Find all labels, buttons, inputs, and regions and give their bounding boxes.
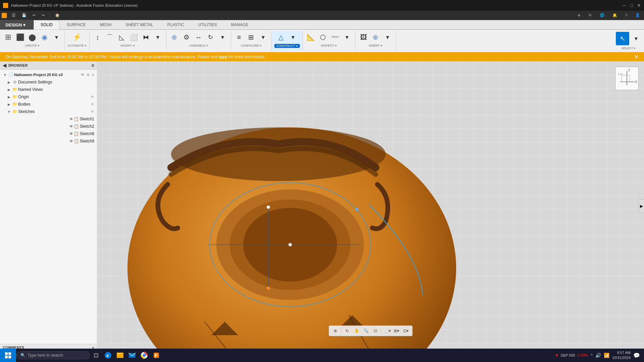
assemble-motion-btn[interactable]: ↻ — [205, 32, 216, 43]
select-more-btn[interactable]: ▾ — [631, 33, 641, 44]
tree-item-sketch1[interactable]: ▶ 👁 📋 Sketch1 — [0, 115, 97, 123]
tree-item-sketch8[interactable]: ▶ 👁 📋 Sketch8 — [0, 130, 97, 137]
construct-offset-plane-btn[interactable]: △ — [276, 32, 286, 43]
right-panel-toggle[interactable]: ▶ — [639, 199, 644, 213]
maximize-button[interactable]: □ — [629, 3, 634, 8]
tree-item-doc-settings[interactable]: ▶ ⚙ Document Settings — [0, 78, 97, 86]
tree-settings-root[interactable]: ⚙ — [87, 73, 90, 77]
notification-close-button[interactable]: ✕ — [634, 54, 639, 60]
assemble-joint-btn[interactable]: ⊕ — [169, 32, 180, 43]
automate-btn[interactable]: ⚡ — [71, 32, 82, 43]
vc-display-btn[interactable]: ⬜▾ — [383, 326, 391, 335]
tree-item-bodies[interactable]: ▶ 📁 Bodies 👁 — [0, 101, 97, 108]
inspect-curvature-btn[interactable]: 〰 — [330, 32, 340, 43]
tree-eye-sketches[interactable]: 👁 — [91, 110, 94, 114]
configure-more-btn[interactable]: ▾ — [258, 32, 269, 43]
tree-item-sketch2[interactable]: ▶ 👁 📋 Sketch2 — [0, 123, 97, 130]
modify-more-btn[interactable]: ▾ — [153, 32, 163, 43]
vc-env-btn[interactable]: ⊡▾ — [401, 326, 410, 335]
browser-settings-icon[interactable]: ⊙ — [91, 63, 94, 68]
tree-eye-sketch1-vis[interactable]: 👁 — [69, 117, 73, 121]
inspect-more-btn[interactable]: ▾ — [342, 32, 353, 43]
taskbar-fusion-icon[interactable]: F — [150, 349, 162, 362]
modify-fillet-btn[interactable]: ⌒ — [104, 32, 115, 43]
tab-manage[interactable]: MANAGE — [224, 20, 256, 29]
close-button[interactable]: ✕ — [637, 3, 641, 8]
tree-eye-sketch9-vis[interactable]: 👁 — [69, 139, 73, 143]
configure-table-btn[interactable]: ⊞ — [246, 32, 257, 43]
vc-home-btn[interactable]: ⊕ — [331, 326, 340, 335]
menu-globe-icon[interactable]: 🌐 — [597, 12, 607, 18]
create-more-btn[interactable]: ▾ — [51, 32, 62, 43]
taskbar-mail-icon[interactable] — [126, 349, 138, 362]
create-new-component-btn[interactable]: ⊞ — [3, 32, 13, 43]
create-sphere-btn[interactable]: ◉ — [39, 32, 50, 43]
select-btn[interactable]: ↖ — [616, 32, 629, 45]
taskbar-explorer-icon[interactable] — [114, 349, 126, 362]
taskbar-notification-icon[interactable]: 💬 — [633, 352, 640, 359]
taskbar-task-view[interactable]: ⊡ — [90, 349, 102, 362]
tree-item-named-views[interactable]: ▶ 📁 Named Views — [0, 86, 97, 93]
modify-press-pull-btn[interactable]: ↕ — [92, 32, 103, 43]
vc-orbit-btn[interactable]: ↻ — [343, 326, 352, 335]
viewport[interactable]: Y X 1 01 ⊕ ↻ ✋ 🔍 ⊡ ⬜▾ ⊞▾ — [97, 61, 644, 351]
inspect-interference-btn[interactable]: ⬡ — [318, 32, 328, 43]
create-cylinder-btn[interactable]: ⬤ — [27, 32, 38, 43]
tab-plastic[interactable]: PLASTIC — [160, 20, 191, 29]
insert-canvas-btn[interactable]: ⊕ — [370, 32, 381, 43]
tab-mesh[interactable]: MESH — [93, 20, 119, 29]
quick-access-save[interactable]: 💾 — [19, 12, 29, 18]
tree-item-sketch9[interactable]: ▶ 👁 📋 Sketch9 — [0, 137, 97, 145]
menu-account-icon[interactable]: 👤 — [633, 12, 643, 18]
tree-item-origin[interactable]: ▶ 📁 Origin 👁 — [0, 93, 97, 101]
taskbar-chrome-icon[interactable] — [138, 349, 150, 362]
inspect-measure-btn[interactable]: 📐 — [306, 32, 316, 43]
modify-shell-btn[interactable]: ⬜ — [128, 32, 139, 43]
taskbar-edge-icon[interactable]: e — [102, 349, 114, 362]
vc-grid-btn[interactable]: ⊞▾ — [392, 326, 401, 335]
quick-access-redo[interactable]: ↪ — [39, 12, 47, 18]
tree-eye-sketch2-vis[interactable]: 👁 — [69, 124, 73, 128]
vc-pan-btn[interactable]: ✋ — [352, 326, 361, 335]
quick-access-undo[interactable]: ↩ — [30, 12, 38, 18]
assemble-drive-joints-btn[interactable]: ↔ — [193, 32, 204, 43]
tab-sheet-metal[interactable]: SHEET METAL — [118, 20, 160, 29]
taskbar-clock[interactable]: 8:57 AM 10/31/2024 — [612, 350, 631, 361]
minimize-button[interactable]: ─ — [622, 3, 627, 8]
tray-volume[interactable]: 📶 — [604, 353, 609, 358]
tree-eye-root[interactable]: 👁 — [81, 73, 85, 77]
modify-chamfer-btn[interactable]: ◺ — [116, 32, 127, 43]
tree-eye-origin[interactable]: 👁 — [91, 95, 94, 99]
tree-circle-root[interactable]: ⊙ — [92, 73, 94, 77]
assemble-rigid-group-btn[interactable]: ⚙ — [181, 32, 192, 43]
tree-eye-bodies[interactable]: 👁 — [91, 102, 94, 106]
browser-collapse-icon[interactable]: ◀ — [3, 63, 6, 68]
menu-refresh-icon[interactable]: ↻ — [586, 12, 594, 18]
taskbar-search-bar[interactable]: 🔍 Type here to search — [16, 351, 90, 359]
modify-combine-btn[interactable]: ⧓ — [141, 32, 151, 43]
taskbar-start-button[interactable] — [0, 349, 16, 362]
tab-surface[interactable]: SURFACE — [60, 20, 93, 29]
tab-utilities[interactable]: UTILITIES — [191, 20, 224, 29]
configure-btn[interactable]: ≡ — [234, 32, 245, 43]
menu-file[interactable]: ☰ — [9, 12, 18, 19]
tree-root[interactable]: ▼ 📄 Halloween Project 25 KG v3 👁 ⚙ ⊙ — [0, 71, 97, 78]
insert-decal-btn[interactable]: 🖼 — [358, 32, 369, 43]
tray-up-arrow[interactable]: ^ — [591, 353, 593, 358]
tab-solid[interactable]: SOLID — [34, 20, 60, 29]
vc-zoom-btn[interactable]: 🔍 — [362, 326, 370, 335]
create-box-btn[interactable]: ⬛ — [15, 32, 25, 43]
vc-fit-btn[interactable]: ⊡ — [371, 326, 380, 335]
insert-more-btn[interactable]: ▾ — [382, 32, 393, 43]
tree-eye-sketch8-vis[interactable]: 👁 — [69, 132, 73, 136]
tray-network[interactable]: 🔊 — [595, 353, 601, 358]
assemble-more-btn[interactable]: ▾ — [217, 32, 228, 43]
notification-link[interactable]: here — [219, 55, 227, 59]
menu-plus-icon[interactable]: + — [575, 11, 583, 19]
menu-help-icon[interactable]: ? — [623, 12, 630, 18]
menu-bell-icon[interactable]: 🔔 — [610, 12, 620, 18]
tree-item-sketches[interactable]: ▼ 📁 Sketches 👁 — [0, 108, 97, 115]
construct-more-btn[interactable]: ▾ — [288, 32, 299, 43]
design-button[interactable]: DESIGN ▾ — [0, 20, 34, 29]
quick-access-home[interactable]: 🏠 — [52, 12, 62, 18]
